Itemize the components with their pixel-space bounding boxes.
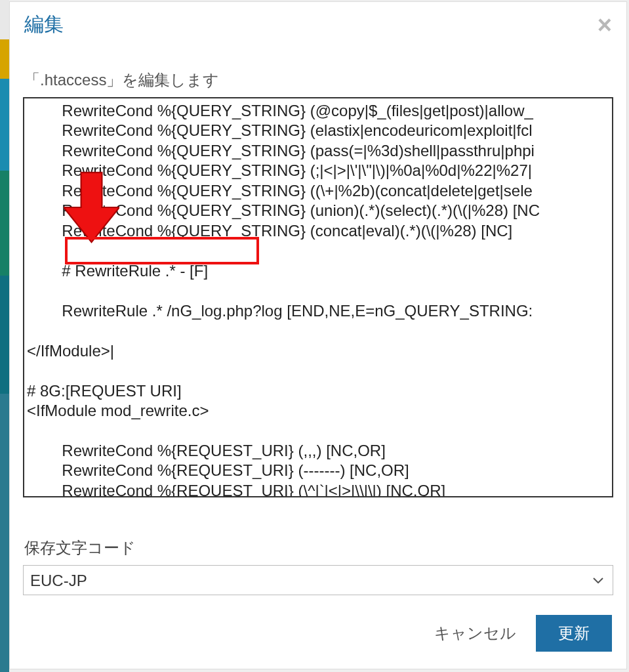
left-color-strip bbox=[0, 0, 9, 672]
htaccess-editor[interactable] bbox=[23, 97, 613, 497]
modal-footer: キャンセル 更新 bbox=[10, 595, 626, 669]
close-icon[interactable]: × bbox=[598, 12, 612, 37]
modal-title: 編集 bbox=[24, 11, 64, 38]
edit-modal: 編集 × 「.htaccess」を編集します 保存文字コード EUC-JP キャ… bbox=[9, 1, 627, 669]
encoding-select[interactable]: EUC-JP bbox=[23, 565, 613, 595]
app-backdrop: 編集 × 「.htaccess」を編集します 保存文字コード EUC-JP キャ… bbox=[0, 0, 629, 672]
modal-header: 編集 × bbox=[10, 2, 626, 45]
encoding-label: 保存文字コード bbox=[24, 537, 613, 558]
cancel-button[interactable]: キャンセル bbox=[434, 623, 516, 644]
editor-wrap bbox=[23, 97, 613, 513]
editor-subtitle: 「.htaccess」を編集します bbox=[24, 70, 613, 91]
submit-button[interactable]: 更新 bbox=[536, 615, 612, 652]
modal-body: 「.htaccess」を編集します 保存文字コード EUC-JP bbox=[10, 45, 626, 595]
